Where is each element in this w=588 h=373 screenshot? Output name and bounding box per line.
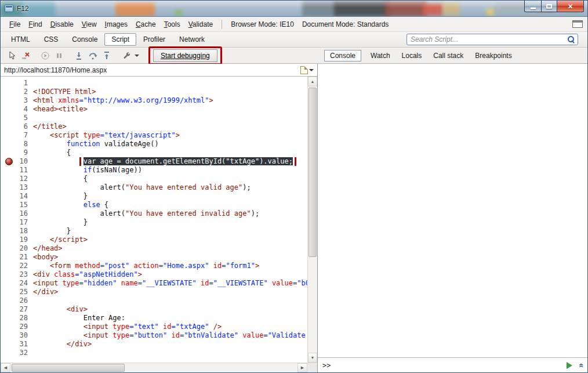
maximize-button[interactable] [541,1,557,12]
breakpoint-margin[interactable] [1,296,18,305]
breakpoint-margin[interactable] [1,349,18,357]
debug-tools-wrench-icon[interactable] [120,50,133,61]
breakpoint-margin[interactable] [1,114,18,122]
breakpoint-margin[interactable] [1,227,18,236]
breakpoint-margin[interactable] [1,253,18,262]
code-text: </div> [33,288,317,296]
scroll-down-button[interactable]: ▼ [308,353,317,363]
code-line: 7 <script type="text/javascript"> [1,131,317,140]
console-input[interactable] [334,361,563,370]
browser-mode-value: IE10 [280,20,294,28]
scroll-up-button[interactable]: ▲ [308,77,317,86]
step-over-icon[interactable] [86,50,99,61]
console-output[interactable] [318,64,587,357]
breakpoint-margin[interactable] [1,236,18,244]
vertical-scroll-thumb[interactable] [308,88,317,257]
breakpoint-margin[interactable] [1,166,18,175]
breakpoint-margin[interactable] [1,314,18,323]
breakpoint-margin[interactable] [1,244,18,253]
code-editor[interactable]: 12<!DOCTYPE html>3<html xmlns="http://ww… [1,77,317,363]
browser-mode-menu[interactable]: Browser Mode: IE10 [227,19,298,30]
breakpoint-margin[interactable] [1,340,18,349]
tab-console[interactable]: Console [65,33,104,46]
breakpoint-margin[interactable] [1,140,18,149]
editor-horizontal-scrollbar[interactable]: ◀ ▶ [1,363,307,372]
vertical-scroll-track[interactable] [308,86,317,353]
code-text: <input type="text" id="txtAge" /> [33,323,317,331]
breakpoint-margin[interactable] [1,88,18,96]
clear-breakpoints-icon[interactable] [19,50,32,61]
scroll-left-button[interactable]: ◀ [1,363,10,372]
breakpoint-margin[interactable] [1,209,18,218]
minimize-button[interactable] [524,1,541,12]
menu-validate[interactable]: Validate [184,19,217,30]
breakpoint-margin[interactable] [1,149,18,157]
breakpoint-margin[interactable] [1,183,18,192]
breakpoint-margin[interactable] [1,131,18,140]
select-element-icon[interactable] [5,50,18,61]
breakpoint-margin[interactable] [1,305,18,314]
menu-disable[interactable]: Disable [46,19,78,30]
code-line: 9 { [1,149,317,157]
source-file-icon[interactable] [300,66,308,74]
source-url: http://localhost:11870/Home.aspx [4,66,300,74]
code-text: { [33,175,317,183]
code-text: <head><title> [33,105,317,114]
document-mode-menu[interactable]: Document Mode: Standards [298,19,393,30]
unpin-window-icon[interactable] [572,20,583,28]
code-line: 2<!DOCTYPE html> [1,88,317,96]
breakpoint-margin[interactable] [1,279,18,288]
breakpoint-margin[interactable] [1,175,18,183]
breakpoint-margin[interactable] [1,79,18,88]
search-icon[interactable] [567,35,575,44]
panel-tab-breakpoints[interactable]: Breakpoints [475,52,511,60]
step-out-icon[interactable] [100,50,113,61]
panel-tab-console[interactable]: Console [324,50,361,61]
breakpoint-margin[interactable] [1,105,18,114]
breakpoint-margin[interactable] [1,288,18,296]
breakpoint-margin[interactable] [1,270,18,279]
run-script-icon[interactable] [567,362,572,369]
breakpoint-margin[interactable] [1,157,18,166]
tab-profiler[interactable]: Profiler [136,33,172,46]
breakpoint-margin[interactable] [1,122,18,131]
line-number: 23 [18,270,33,279]
code-line: 28 Enter Age: [1,314,317,323]
breakpoint-icon[interactable] [5,158,13,165]
tab-css[interactable]: CSS [37,33,66,46]
code-text: { [33,149,317,157]
close-button[interactable]: × [557,1,584,12]
tab-script[interactable]: Script [104,33,136,46]
horizontal-scroll-thumb[interactable] [12,364,125,372]
start-debugging-button[interactable]: Start debugging [153,49,217,62]
breakpoint-margin[interactable] [1,323,18,331]
breakpoint-margin[interactable] [1,262,18,270]
tab-html[interactable]: HTML [4,33,37,46]
scroll-right-button[interactable]: ▶ [297,363,307,372]
menu-cache[interactable]: Cache [132,19,160,30]
breakpoint-margin[interactable] [1,96,18,105]
menu-tools[interactable]: Tools [160,19,184,30]
breakpoint-margin[interactable] [1,218,18,227]
continue-icon[interactable] [39,50,52,61]
multiline-toggle-icon[interactable]: » [576,363,585,368]
tab-network[interactable]: Network [172,33,212,46]
panel-tab-call-stack[interactable]: Call stack [433,52,463,60]
breakpoint-margin[interactable] [1,192,18,201]
break-all-icon[interactable] [53,50,66,61]
breakpoint-margin[interactable] [1,331,18,340]
step-into-icon[interactable] [72,50,85,61]
line-number: 28 [18,314,33,323]
panel-tab-watch[interactable]: Watch [371,52,390,60]
breakpoint-margin[interactable] [1,201,18,209]
menu-view[interactable]: View [78,19,101,30]
editor-vertical-scrollbar[interactable]: ▲ ▼ [307,77,317,363]
wrench-dropdown-caret-icon[interactable] [135,55,139,57]
search-input[interactable] [411,35,567,44]
menu-file[interactable]: File [5,19,24,30]
menu-images[interactable]: Images [101,19,132,30]
source-file-dropdown-caret-icon[interactable] [309,69,314,71]
horizontal-scroll-track[interactable] [10,363,297,372]
panel-tab-locals[interactable]: Locals [402,52,422,60]
menu-find[interactable]: Find [24,19,46,30]
